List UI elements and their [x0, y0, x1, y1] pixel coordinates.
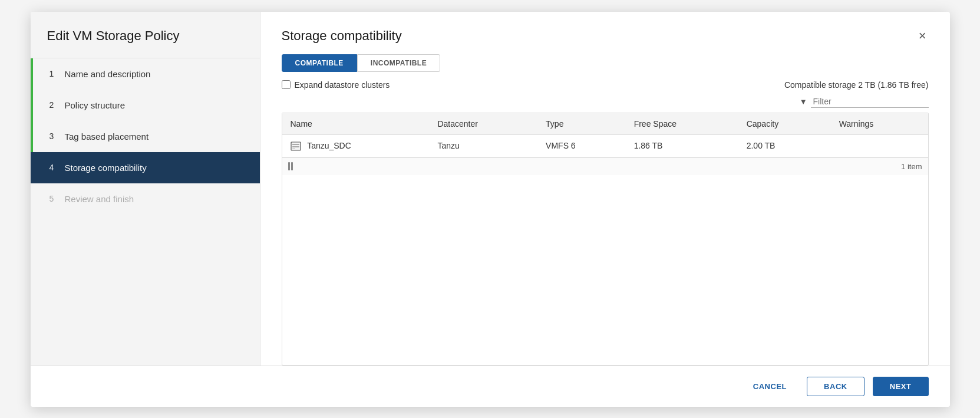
step-label-4: Storage compatibility [65, 163, 147, 173]
column-config-icon[interactable] [288, 162, 293, 170]
col-type: Type [537, 113, 626, 135]
tab-bar: COMPATIBLE INCOMPATIBLE [282, 54, 929, 72]
row-count: 1 item [901, 162, 922, 171]
tab-incompatible[interactable]: INCOMPATIBLE [357, 54, 440, 72]
table-body: Tanzu_SDC Tanzu VMFS 6 1.86 TB 2.00 TB [282, 134, 928, 157]
sidebar-steps: 1 Name and description 2 Policy structur… [31, 58, 260, 215]
col-capacity: Capacity [738, 113, 831, 135]
back-button[interactable]: BACK [807, 377, 864, 396]
expand-datastore-clusters-checkbox[interactable] [282, 80, 291, 89]
col-free-space: Free Space [626, 113, 738, 135]
tab-compatible[interactable]: COMPATIBLE [282, 54, 357, 72]
storage-table: Name Datacenter Type Free Space Capacity… [282, 113, 928, 157]
cell-datacenter: Tanzu [429, 134, 537, 157]
table-row[interactable]: Tanzu_SDC Tanzu VMFS 6 1.86 TB 2.00 TB [282, 134, 928, 157]
dialog-footer: CANCEL BACK NEXT [31, 366, 950, 407]
step-number-5: 5 [50, 194, 59, 203]
step-label-2: Policy structure [65, 100, 126, 110]
table-footer: 1 item [282, 157, 928, 175]
main-title: Storage compatibility [282, 28, 402, 44]
toolbar-row: Expand datastore clusters Compatible sto… [282, 80, 929, 90]
sidebar-step-2[interactable]: 2 Policy structure [31, 90, 260, 121]
main-content: Storage compatibility × COMPATIBLE INCOM… [260, 12, 950, 366]
svg-rect-1 [292, 144, 299, 145]
step-number-4: 4 [50, 163, 59, 172]
right-tools: Compatible storage 2 TB (1.86 TB free) [784, 80, 929, 90]
svg-rect-2 [292, 146, 299, 147]
sidebar-title: Edit VM Storage Policy [31, 12, 260, 58]
cell-name: Tanzu_SDC [282, 134, 430, 157]
sidebar-step-3[interactable]: 3 Tag based placement [31, 121, 260, 152]
filter-input[interactable] [811, 96, 929, 108]
dialog-body: Edit VM Storage Policy 1 Name and descri… [31, 12, 950, 366]
cell-free-space: 1.86 TB [626, 134, 738, 157]
step-number-1: 1 [50, 69, 59, 78]
sidebar-step-4[interactable]: 4 Storage compatibility [31, 152, 260, 183]
col-warnings: Warnings [831, 113, 928, 135]
compat-info: Compatible storage 2 TB (1.86 TB free) [784, 80, 929, 90]
table-wrapper: Name Datacenter Type Free Space Capacity… [282, 113, 929, 366]
table-header: Name Datacenter Type Free Space Capacity… [282, 113, 928, 135]
table-header-row: Name Datacenter Type Free Space Capacity… [282, 113, 928, 135]
step-label-1: Name and description [65, 69, 151, 79]
step-number-2: 2 [50, 100, 59, 110]
sidebar-step-1[interactable]: 1 Name and description [31, 58, 260, 90]
datastore-icon [291, 141, 301, 151]
filter-icon: ▼ [800, 97, 807, 106]
filter-row: ▼ [282, 96, 929, 108]
edit-vm-storage-policy-dialog: Edit VM Storage Policy 1 Name and descri… [31, 12, 950, 407]
close-button[interactable]: × [916, 29, 929, 42]
sidebar-step-5: 5 Review and finish [31, 183, 260, 215]
step-number-3: 3 [50, 131, 59, 141]
expand-datastore-clusters-label[interactable]: Expand datastore clusters [282, 80, 390, 90]
col-datacenter: Datacenter [429, 113, 537, 135]
next-button[interactable]: NEXT [873, 377, 929, 396]
expand-label-text: Expand datastore clusters [295, 80, 390, 90]
svg-rect-3 [292, 149, 295, 149]
cell-type: VMFS 6 [537, 134, 626, 157]
cell-warnings [831, 134, 928, 157]
step-label-3: Tag based placement [65, 131, 149, 141]
cell-capacity: 2.00 TB [738, 134, 831, 157]
col-name: Name [282, 113, 430, 135]
step-label-5: Review and finish [65, 194, 134, 204]
sidebar: Edit VM Storage Policy 1 Name and descri… [31, 12, 260, 366]
left-tools: Expand datastore clusters [282, 80, 390, 90]
cancel-button[interactable]: CANCEL [741, 377, 798, 396]
main-header: Storage compatibility × [282, 28, 929, 44]
